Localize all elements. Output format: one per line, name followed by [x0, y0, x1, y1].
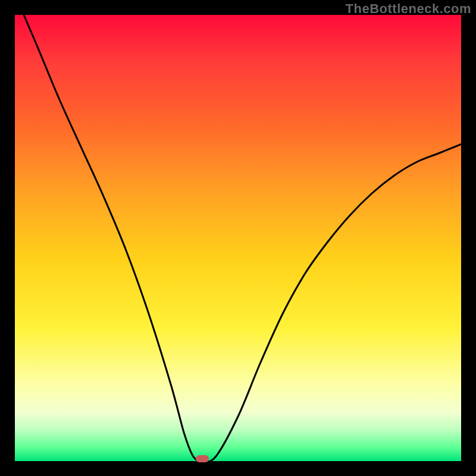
- bottleneck-curve: [15, 15, 461, 461]
- watermark-text: TheBottleneck.com: [346, 1, 471, 17]
- optimal-marker: [196, 455, 209, 462]
- chart-frame: TheBottleneck.com: [0, 0, 476, 476]
- plot-area: [15, 15, 461, 461]
